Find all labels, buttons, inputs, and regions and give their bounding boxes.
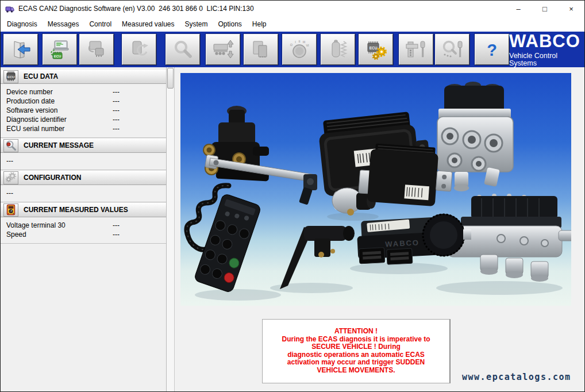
row-label: ECU serial number (1, 125, 113, 133)
dial-gauge-icon: O I II III VI (288, 39, 311, 60)
svg-text:ECU: ECU (54, 55, 61, 58)
row-label: Software version (1, 106, 113, 114)
protocol-button[interactable] (244, 34, 278, 65)
section-title: CURRENT MEASURED VALUES (24, 206, 128, 214)
ecu-parameters-button[interactable]: ECU (359, 34, 393, 65)
row-value: --- (113, 230, 120, 239)
row-label: --- (1, 157, 113, 165)
section-body-measured-values: Voltage terminal 30 --- Speed --- (1, 217, 166, 244)
protocol-icon (249, 39, 272, 60)
row-label: Diagnostic identifier (1, 116, 113, 124)
vehicle-level-icon (211, 39, 234, 60)
menu-help[interactable]: Help (247, 18, 272, 30)
window-title: ECAS CAN2 Diagnostic Software (en) V3.00… (18, 5, 254, 13)
row-value: --- (113, 106, 120, 114)
control-gauge-button[interactable]: O I II III VI (282, 34, 317, 65)
toolbar: ECU (1, 32, 584, 67)
multimeter-icon (3, 203, 18, 217)
attention-warning: ATTENTION ! During the ECAS diagnosis it… (262, 319, 451, 383)
row-label: Production date (1, 97, 113, 105)
photo-brand-label: WABCO (385, 238, 420, 248)
row-label: Device number (1, 88, 113, 96)
data-row: Device number --- (1, 87, 166, 97)
window-controls: – □ × (505, 1, 584, 17)
menu-measured-values[interactable]: Measured values (117, 18, 179, 30)
connect-ecu-icon: ECU (48, 39, 71, 60)
ecu-parameters-icon: ECU (364, 39, 387, 60)
section-header-measured-values: CURRENT MEASURED VALUES (1, 202, 166, 217)
exit-door-icon (9, 39, 32, 60)
app-icon (5, 4, 14, 13)
level-control-button[interactable] (206, 34, 240, 65)
row-value: --- (113, 88, 120, 96)
content-area: ECU ECU DATA Device number --- Productio… (1, 67, 584, 391)
row-value: --- (113, 221, 120, 229)
section-body-ecu-data: Device number --- Production date --- So… (1, 84, 166, 138)
svg-text:I: I (295, 40, 296, 44)
maximize-button[interactable]: □ (532, 1, 558, 17)
svg-text:III: III (303, 40, 306, 44)
menu-messages[interactable]: Messages (43, 18, 84, 30)
transfer-ecu-icon (85, 39, 108, 60)
menu-control[interactable]: Control (84, 18, 117, 30)
product-photo-image: WABCO (180, 73, 571, 306)
help-icon: ? (480, 39, 503, 60)
minimize-button[interactable]: – (505, 1, 532, 17)
messages-search-button[interactable] (166, 34, 200, 65)
message-search-icon (3, 139, 18, 152)
watermark-text: www.epcatalogs.com (462, 372, 571, 382)
menu-options[interactable]: Options (213, 18, 247, 30)
section-header-ecu-data: ECU ECU DATA (1, 69, 166, 84)
sidebar-sections: ECU ECU DATA Device number --- Productio… (1, 67, 167, 391)
wabco-logo: WABCO Vehicle Control Systems (509, 32, 585, 67)
calibration-button[interactable] (399, 34, 433, 65)
scrollbar-thumb[interactable] (167, 68, 174, 89)
restore-data-button[interactable] (122, 34, 156, 65)
svg-text:ECU: ECU (7, 75, 15, 79)
magnifier-tool-icon (441, 39, 464, 60)
data-row: Production date --- (1, 97, 166, 106)
data-row: ECU serial number --- (1, 124, 166, 133)
section-body-current-message: --- (1, 153, 166, 170)
row-value: --- (113, 125, 120, 133)
section-title: CURRENT MESSAGE (24, 141, 94, 149)
diagnostic-settings-button[interactable] (435, 34, 469, 65)
titlebar: ECAS CAN2 Diagnostic Software (en) V3.00… (1, 1, 584, 17)
section-body-configuration: --- (1, 185, 166, 202)
row-label: Speed (1, 230, 113, 239)
section-header-configuration: CONFIGURATION (1, 170, 166, 185)
section-header-current-message: CURRENT MESSAGE (1, 138, 166, 153)
transfer-ecu-button[interactable] (79, 34, 114, 65)
restore-data-icon (128, 39, 151, 60)
data-row: Voltage terminal 30 --- (1, 221, 166, 230)
ecu-chip-icon: ECU (3, 70, 18, 83)
wabco-tagline: Vehicle Control Systems (509, 52, 580, 67)
svg-text:II: II (298, 40, 301, 43)
menu-diagnosis[interactable]: Diagnosis (2, 18, 43, 30)
help-button[interactable]: ? (475, 34, 509, 65)
data-row: Software version --- (1, 106, 166, 115)
data-row: --- (1, 189, 166, 198)
product-photo: WABCO (180, 73, 571, 306)
row-label: Voltage terminal 30 (1, 221, 113, 229)
data-row: Speed --- (1, 230, 166, 239)
exit-button[interactable] (3, 34, 38, 65)
row-label: --- (1, 189, 113, 197)
data-row: Diagnostic identifier --- (1, 115, 166, 124)
connect-ecu-button[interactable]: ECU (43, 34, 77, 65)
cylinder-spring-icon (326, 39, 349, 60)
menu-system[interactable]: System (179, 18, 213, 30)
data-row: --- (1, 156, 166, 166)
svg-text:VI: VI (306, 44, 309, 47)
section-title: CONFIGURATION (24, 174, 81, 182)
menubar: Diagnosis Messages Control Measured valu… (1, 17, 584, 32)
svg-text:O: O (290, 43, 293, 47)
magnifier-icon (171, 39, 194, 60)
calibration-tool-icon (405, 39, 428, 60)
wabco-brand-text: WABCO (509, 32, 580, 50)
close-button[interactable]: × (558, 1, 584, 17)
gears-icon (3, 171, 18, 185)
row-value: --- (113, 116, 120, 124)
sidebar-scrollbar[interactable] (167, 67, 174, 391)
component-test-button[interactable] (321, 34, 355, 65)
